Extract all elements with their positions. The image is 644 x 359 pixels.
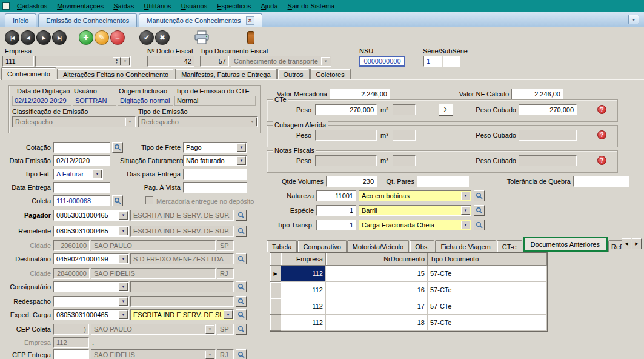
nsu-field[interactable]: 0000000000: [359, 56, 405, 67]
notas-help-button[interactable]: ?: [597, 156, 606, 165]
qt-pares-field[interactable]: [417, 176, 469, 187]
consignatario-code-combo[interactable]: ▼: [53, 281, 129, 292]
dropdown-arrow-icon[interactable]: ▼: [461, 221, 470, 229]
dropdown-arrow-icon[interactable]: ▼: [119, 297, 128, 306]
empresa-header-field[interactable]: 111: [2, 56, 34, 67]
qtde-volumes-field[interactable]: 230: [326, 176, 377, 187]
system-menu-icon[interactable]: [2, 2, 10, 10]
menu-especificos[interactable]: Específicos: [212, 1, 256, 11]
subserie-field[interactable]: -: [443, 56, 460, 67]
subtab-scroll-right-button[interactable]: ▶: [632, 238, 642, 249]
dropdown-arrow-icon[interactable]: ▼: [119, 211, 128, 220]
subtab-ficha-de-viagem[interactable]: Ficha de Viagem: [435, 240, 496, 252]
exped-carga-search-button[interactable]: [236, 309, 247, 320]
cep-coleta-search-button[interactable]: [236, 324, 247, 335]
cotacao-field[interactable]: [53, 142, 110, 153]
exped-carga-name-combo[interactable]: ESCRITA IND E SERV. DE SUP. P.▼: [130, 309, 234, 320]
cell-empresa[interactable]: 112: [281, 298, 326, 315]
first-record-button[interactable]: |◀: [5, 30, 19, 45]
cep-entrega-search-button[interactable]: [236, 349, 247, 359]
subtab-tabela[interactable]: Tabela: [267, 240, 297, 252]
collector-device-button[interactable]: [247, 31, 254, 44]
delete-record-button[interactable]: −: [110, 30, 125, 45]
table-row[interactable]: ▶ 112 15 57-CTe: [270, 266, 547, 282]
dropdown-arrow-icon[interactable]: ▼: [119, 310, 128, 319]
tab-manifestos[interactable]: Manifestos, Faturas e Entrega: [175, 69, 276, 80]
dropdown-arrow-icon[interactable]: ▼: [461, 206, 470, 215]
cte-help-button[interactable]: ?: [597, 105, 606, 114]
coleta-field[interactable]: 111-000068: [53, 195, 110, 206]
tab-alteracoes[interactable]: Alterações Feitas no Conhecimento: [57, 69, 174, 80]
dropdown-arrow-icon[interactable]: ▼: [93, 170, 102, 178]
natureza-code-field[interactable]: 11001: [316, 190, 356, 201]
pagador-search-button[interactable]: [236, 210, 247, 221]
column-header-tipo-documento[interactable]: Tipo Documento: [428, 253, 547, 266]
menu-usuarios[interactable]: Usuários: [176, 1, 212, 11]
last-record-button[interactable]: ▶|: [52, 30, 67, 45]
cell-tipo-documento[interactable]: 57-CTe: [428, 315, 547, 331]
remetente-code-combo[interactable]: 08053031000465▼: [53, 226, 129, 237]
previous-record-button[interactable]: ◀: [21, 30, 35, 45]
window-tab-manutencao-de-conhecimentos[interactable]: Manutenção de Conhecimentos ✕: [139, 13, 262, 27]
tipo-frete-combo[interactable]: Pago▼: [183, 142, 247, 153]
tolerancia-quebra-field[interactable]: [573, 176, 629, 187]
window-tab-emissao-de-conhecimentos[interactable]: Emissão de Conhecimentos: [38, 13, 137, 27]
print-button[interactable]: [194, 30, 210, 45]
tipo-fat-combo[interactable]: A Faturar▼: [53, 169, 103, 180]
menu-utilitarios[interactable]: Utilitários: [139, 1, 176, 11]
dropdown-arrow-icon[interactable]: ▼: [237, 156, 246, 165]
tab-list-dropdown-button[interactable]: ▼: [628, 15, 639, 24]
cell-nrdocumento[interactable]: 18: [326, 315, 428, 331]
window-tab-inicio[interactable]: Início: [5, 13, 36, 27]
tipo-transp-search-button[interactable]: [474, 220, 485, 230]
docto-fiscal-field[interactable]: 42: [147, 56, 194, 67]
dropdown-arrow-icon[interactable]: ▼: [461, 192, 470, 200]
close-tab-icon[interactable]: ✕: [246, 16, 254, 25]
subtab-obs[interactable]: Obs.: [410, 240, 434, 252]
dias-para-entrega-field[interactable]: [183, 169, 247, 180]
cte-peso-cubado-field[interactable]: 270,000: [519, 104, 577, 115]
menu-sair-do-sistema[interactable]: Sair do Sistema: [283, 1, 340, 11]
cell-empresa[interactable]: 112: [281, 266, 326, 282]
cell-empresa[interactable]: 112: [281, 282, 326, 298]
especie-combo[interactable]: Barril▼: [359, 205, 471, 216]
confirm-button[interactable]: ✔: [139, 30, 154, 45]
destinatario-code-combo[interactable]: 04590241000199▼: [53, 253, 129, 264]
menu-movimentacoes[interactable]: Movimentações: [52, 1, 108, 11]
subtab-scroll-left-button[interactable]: ◀: [622, 238, 631, 249]
especie-code-field[interactable]: 1: [316, 205, 356, 216]
table-row[interactable]: 112 18 57-CTe: [270, 315, 547, 331]
pag-a-vista-field[interactable]: [183, 182, 247, 193]
menu-ajuda[interactable]: Ajuda: [256, 1, 282, 11]
cell-nrdocumento[interactable]: 17: [326, 298, 428, 315]
natureza-search-button[interactable]: [474, 190, 485, 201]
exped-carga-code-combo[interactable]: 08053031000465▼: [53, 309, 129, 320]
remetente-search-button[interactable]: [236, 226, 247, 237]
tipo-transp-code-field[interactable]: 1: [316, 220, 356, 230]
table-row[interactable]: 112 16 57-CTe: [270, 282, 547, 298]
cep-entrega-field[interactable]: [53, 349, 89, 359]
edit-record-button[interactable]: ✎: [95, 30, 109, 45]
cep-coleta-field[interactable]: ): [53, 324, 89, 335]
cubagem-help-button[interactable]: ?: [597, 130, 606, 139]
situacao-faturamento-combo[interactable]: Não faturado▼: [183, 155, 247, 166]
cell-tipo-documento[interactable]: 57-CTe: [428, 298, 547, 315]
serie-field[interactable]: 1: [423, 56, 442, 67]
subtab-motorista-veiculo[interactable]: Motorista/Veículo: [347, 240, 409, 252]
next-record-button[interactable]: ▶: [36, 30, 51, 45]
subtab-cte[interactable]: CT-e: [497, 240, 522, 252]
dropdown-arrow-icon[interactable]: ▼: [119, 255, 128, 263]
tipo-documento-code-field[interactable]: 57: [200, 56, 229, 67]
cell-empresa[interactable]: 112: [281, 315, 326, 331]
consignatario-search-button[interactable]: [236, 281, 247, 292]
add-record-button[interactable]: +: [79, 30, 93, 45]
pagador-code-combo[interactable]: 08053031000465▼: [53, 210, 129, 221]
column-header-empresa[interactable]: Empresa: [281, 253, 326, 266]
spinner-control[interactable]: ▲▼: [113, 57, 121, 65]
dropdown-arrow-icon[interactable]: ▼: [119, 227, 128, 235]
cte-peso-field[interactable]: 270,000: [315, 104, 377, 115]
tab-conhecimento[interactable]: Conhecimento: [1, 67, 56, 80]
cell-nrdocumento[interactable]: 15: [326, 266, 428, 282]
data-emissao-field[interactable]: 02/12/2020: [53, 155, 110, 166]
subtab-comparativo[interactable]: Comparativo: [297, 240, 346, 252]
